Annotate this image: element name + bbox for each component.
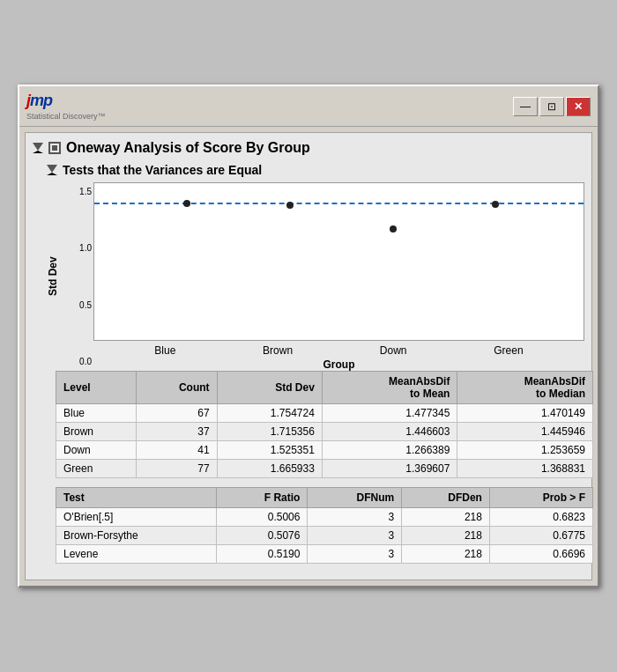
cell-test: Levene (56, 545, 217, 564)
title-bar-buttons: — ⊡ ✕ (513, 97, 591, 116)
cell-meanabs-mean: 1.446603 (322, 423, 457, 441)
dot-blue (183, 200, 190, 207)
test-table: Test F Ratio DFNum DFDen Prob > F O'Brie… (56, 487, 593, 564)
col-level: Level (56, 372, 137, 404)
table-row: Brown-Forsythe 0.5076 3 218 0.6775 (56, 527, 593, 545)
cell-count: 37 (136, 423, 217, 441)
cell-probf: 0.6696 (489, 545, 592, 564)
x-axis-title: Group (93, 358, 584, 371)
cell-dfden: 218 (402, 508, 490, 527)
subsection-header: Tests that the Variances are Equal (47, 163, 584, 177)
cell-stddev: 1.665933 (217, 460, 322, 478)
jmp-logo: jmp Statistical Discovery™ (26, 92, 106, 121)
section-box[interactable] (48, 142, 61, 154)
cell-dfnum: 3 (308, 545, 402, 564)
main-section-header: Oneway Analysis of Score By Group (33, 140, 584, 156)
cell-stddev: 1.715356 (217, 423, 322, 441)
cell-fratio: 0.5006 (217, 508, 308, 527)
title-bar-left: jmp Statistical Discovery™ (26, 92, 106, 121)
data-table: Level Count Std Dev MeanAbsDifto Mean Me… (56, 371, 593, 478)
main-window: jmp Statistical Discovery™ — ⊡ ✕ Oneway … (18, 85, 599, 587)
title-bar: jmp Statistical Discovery™ — ⊡ ✕ (19, 86, 598, 127)
cell-level: Down (56, 441, 137, 460)
variance-subsection: Tests that the Variances are Equal Std D… (47, 163, 584, 564)
x-label-green: Green (494, 344, 523, 357)
cell-dfden: 218 (402, 527, 490, 545)
subsection-triangle[interactable] (47, 165, 57, 175)
cell-meanabs-median: 1.470149 (457, 404, 593, 423)
table-row: Blue 67 1.754724 1.477345 1.470149 (56, 404, 593, 423)
cell-count: 41 (136, 441, 217, 460)
minimize-button[interactable]: — (513, 97, 538, 116)
table-row: Down 41 1.525351 1.266389 1.253659 (56, 441, 593, 460)
cell-stddev: 1.754724 (217, 404, 322, 423)
col-stddev: Std Dev (217, 372, 322, 404)
cell-meanabs-median: 1.368831 (457, 460, 593, 478)
cell-meanabs-mean: 1.477345 (322, 404, 457, 423)
col-meanabs-median: MeanAbsDifto Median (457, 372, 593, 404)
content-area: Oneway Analysis of Score By Group Tests … (25, 132, 592, 580)
chart-area: Blue Brown Down Green Group (93, 182, 584, 371)
cell-test: Brown-Forsythe (56, 527, 217, 545)
x-label-down: Down (380, 344, 407, 357)
cell-dfden: 218 (402, 545, 490, 564)
cell-meanabs-median: 1.445946 (457, 423, 593, 441)
cell-test: O'Brien[.5] (56, 508, 217, 527)
cell-stddev: 1.525351 (217, 441, 322, 460)
restore-button[interactable]: ⊡ (539, 97, 564, 116)
cell-fratio: 0.5076 (217, 527, 308, 545)
collapse-triangle[interactable] (33, 143, 43, 153)
col-count: Count (136, 372, 217, 404)
cell-meanabs-mean: 1.369607 (322, 460, 457, 478)
cell-count: 77 (136, 460, 217, 478)
cell-level: Brown (56, 423, 137, 441)
table-row: Green 77 1.665933 1.369607 1.368831 (56, 460, 593, 478)
cell-level: Green (56, 460, 137, 478)
cell-probf: 0.6775 (489, 527, 592, 545)
col-fratio: F Ratio (217, 488, 308, 508)
dot-brown (286, 202, 294, 209)
x-label-brown: Brown (263, 344, 293, 357)
main-title: Oneway Analysis of Score By Group (66, 140, 310, 156)
close-button[interactable]: ✕ (566, 97, 591, 116)
table-row: Brown 37 1.715356 1.446603 1.445946 (56, 423, 593, 441)
y-axis-label: Std Dev (47, 182, 59, 371)
dot-down (390, 225, 397, 233)
col-dfnum: DFNum (308, 488, 402, 508)
y-tick-area: 1.5 1.0 0.5 0.0 (63, 182, 93, 371)
col-probf: Prob > F (489, 488, 592, 508)
cell-probf: 0.6823 (489, 508, 592, 527)
cell-count: 67 (136, 404, 217, 423)
cell-meanabs-median: 1.253659 (457, 441, 593, 460)
cell-meanabs-mean: 1.266389 (322, 441, 457, 460)
cell-dfnum: 3 (308, 527, 402, 545)
cell-level: Blue (56, 404, 137, 423)
chart-wrapper: Std Dev 1.5 1.0 0.5 0.0 (47, 182, 584, 371)
col-dfden: DFDen (402, 488, 490, 508)
cell-dfnum: 3 (308, 508, 402, 527)
dashed-reference-line (94, 203, 584, 204)
x-label-blue: Blue (154, 344, 175, 357)
chart-plot (93, 182, 584, 341)
col-test: Test (56, 488, 217, 508)
dot-green (492, 201, 499, 208)
table-row: Levene 0.5190 3 218 0.6696 (56, 545, 593, 564)
x-axis-labels: Blue Brown Down Green (93, 344, 584, 357)
cell-fratio: 0.5190 (217, 545, 308, 564)
col-meanabs-mean: MeanAbsDifto Mean (322, 372, 457, 404)
table-row: O'Brien[.5] 0.5006 3 218 0.6823 (56, 508, 593, 527)
subsection-title: Tests that the Variances are Equal (63, 163, 262, 177)
